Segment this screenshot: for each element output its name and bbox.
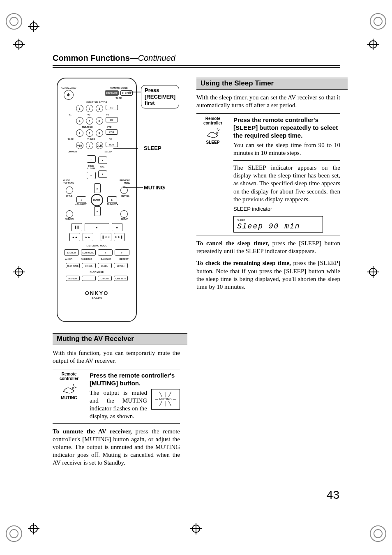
ff-button: ►►	[83, 233, 93, 241]
press-button-icon	[205, 127, 220, 139]
registration-mark-icon	[370, 13, 386, 30]
cine-fltr-button: CINE FLTR	[114, 276, 128, 281]
random-label: RANDOM	[101, 258, 111, 260]
crosshair-icon	[28, 523, 39, 534]
disc-up-button: +	[87, 155, 96, 163]
num-5-button: 5	[86, 117, 93, 124]
num-8-button: 8	[86, 129, 93, 137]
registration-mark-icon	[6, 525, 22, 542]
guide-label: GUIDE TOP MENU	[63, 179, 74, 184]
label-tape: TAPE	[105, 97, 133, 99]
blank-button	[82, 276, 96, 281]
callout-muting: MUTING	[144, 184, 165, 191]
test-tone-button: TEST TONE	[66, 263, 80, 268]
dpad-down: ▼	[94, 206, 101, 216]
display-panel: SLEEP Sleep 90 min	[233, 216, 323, 233]
md-button: MD	[106, 117, 118, 122]
vol-down-button: ▼	[98, 170, 107, 178]
sleep-step-body1: You can set the sleep time from 90 to 10…	[233, 141, 340, 157]
playlist-r-label: PLAYLIST►	[107, 203, 119, 205]
disc-down-button: −	[87, 172, 96, 179]
num-2-button: 2	[86, 105, 93, 112]
muting-section-title: Muting the AV Receiver	[53, 333, 187, 345]
crosshair-icon	[190, 523, 202, 534]
l-night-button: L NIGHT	[98, 276, 112, 281]
mode-receiver-button: RECEIVER	[105, 90, 119, 96]
muting-label: MUTING	[121, 195, 129, 197]
num-6-button: 6	[96, 117, 103, 124]
sp-ab-label: SP A/B	[66, 195, 72, 197]
press-button-icon	[62, 382, 76, 395]
return-label: RETURN	[65, 218, 74, 220]
cdr-button: CDR	[106, 129, 118, 135]
clr-button: CLR	[96, 142, 103, 149]
lm-stereo-button: STEREO	[64, 249, 79, 256]
remote-controller-label: Remote controller	[196, 116, 229, 125]
setup-label: SETUP	[121, 218, 128, 220]
playlist-l-label: ◄PLAYLIST	[75, 203, 87, 205]
dimmer-label: DIMMER	[68, 150, 77, 153]
sleep-cancel-text: To cancel the sleep timer, press the [SL…	[196, 240, 340, 255]
sleep-section-title: Using the Sleep Timer	[196, 78, 348, 90]
vol-label: VOL	[98, 166, 107, 168]
cd-button: CD	[106, 105, 118, 110]
sleep-check-text: To check the remaining sleep time, press…	[196, 259, 340, 291]
title-rule	[53, 65, 340, 68]
num-7-button: 7	[76, 129, 83, 137]
listening-mode-label: LISTENING MODE	[61, 244, 133, 247]
muting-step-box: Remote controller MUTING Press the remot…	[53, 369, 180, 423]
plus10-button: +10	[76, 142, 83, 149]
title-italic: —Continued	[130, 53, 175, 62]
ch-sel-button: CH SEL	[82, 263, 96, 268]
num-1-button: 1	[76, 105, 83, 112]
crosshair-icon	[13, 266, 25, 278]
sleep-step-body2: The SLEEP indicator appears on the displ…	[233, 164, 340, 203]
subtitle-label: SUBTITLE	[81, 258, 92, 260]
play-mode-label: PLAY MODE	[61, 271, 133, 273]
display-text: Sleep 90 min	[237, 222, 319, 230]
svg-point-4	[216, 132, 218, 134]
right-column: Using the Sleep Timer With the sleep tim…	[196, 78, 340, 471]
muting-step-head: Press the remote controller's [MUTING] b…	[90, 372, 180, 387]
crosshair-icon	[13, 39, 25, 50]
remote-controller-label: Remote controller	[53, 372, 85, 381]
left-column: ON/STANDBY ⏻ REMOTE MODE RECEIVER PLAYER…	[53, 78, 180, 471]
dpad-left: ◄	[76, 196, 86, 203]
lm-surround-button: SURROUND	[81, 249, 96, 256]
sleep-intro-text: With the sleep timer, you can set the AV…	[196, 94, 340, 109]
content-area: Common Functions—Continued ON/STANDBY ⏻ …	[53, 53, 340, 471]
play-button: ►	[85, 223, 109, 231]
title-bold: Common Functions	[53, 53, 130, 62]
muting-unmute-text: To unmute the AV receiver, press the rem…	[53, 428, 180, 467]
registration-mark-icon	[370, 525, 386, 542]
page-title: Common Functions—Continued	[53, 53, 340, 63]
audio-label: AUDIO	[65, 258, 72, 260]
registration-mark-icon	[6, 13, 22, 30]
muting-button-label: MUTING	[53, 396, 85, 400]
dpad-up: ▲	[94, 183, 101, 193]
crosshair-icon	[367, 39, 379, 50]
remote-body: ON/STANDBY ⏻ REMOTE MODE RECEIVER PLAYER…	[57, 78, 137, 322]
callout-sleep: SLEEP	[144, 145, 161, 152]
vol-up-button: ▲	[98, 157, 107, 164]
prev-track-button: ❚◄◄	[101, 233, 111, 241]
svg-point-3	[72, 387, 74, 389]
label-input-selector: INPUT SELECTOR	[61, 101, 133, 104]
brand-logo: ONKYO	[61, 290, 133, 296]
pause-button: ❚❚	[71, 223, 82, 231]
callout-receiver: Press [RECEIVER] first	[141, 85, 179, 108]
power-button: ⏻	[64, 90, 74, 100]
num-4-button: 4	[76, 117, 83, 124]
guide-button	[66, 187, 73, 194]
page-number: 43	[327, 488, 339, 502]
model-number: RC-645S	[61, 297, 133, 299]
sleep-button-label: SLEEP	[196, 140, 229, 145]
enter-button: ENTER	[91, 194, 103, 206]
display-button: DISPLAY	[66, 276, 80, 281]
rew-button: ◄◄	[69, 233, 80, 241]
num-0-button: 0	[86, 142, 93, 149]
level-plus-button: LEVEL+	[114, 263, 128, 268]
crosshair-icon	[28, 21, 39, 32]
sleep-indicator-caption: SLEEP indicator	[233, 206, 340, 212]
remote-illustration: ON/STANDBY ⏻ REMOTE MODE RECEIVER PLAYER…	[53, 78, 180, 332]
